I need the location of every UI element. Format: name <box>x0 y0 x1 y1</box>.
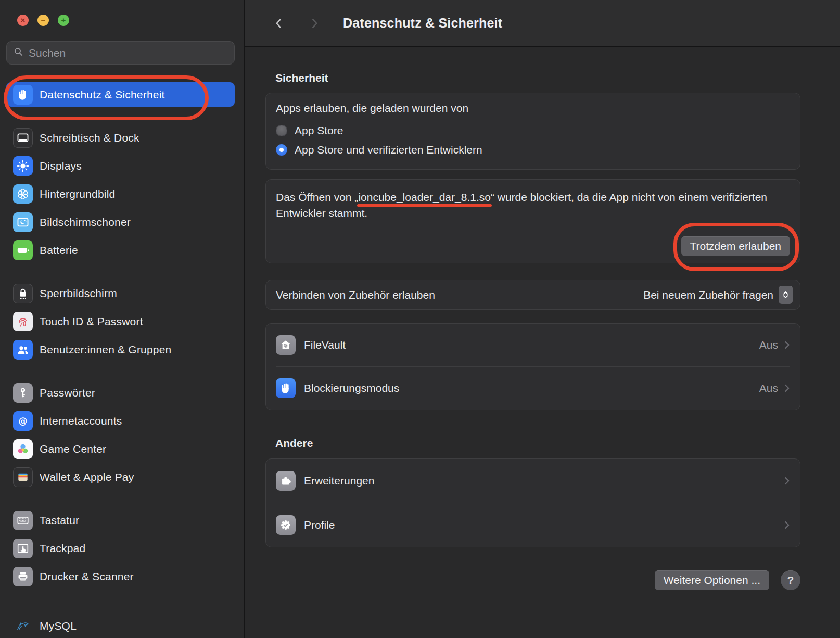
game-center-icon <box>13 439 33 459</box>
search-field[interactable] <box>6 41 235 65</box>
main-pane: Datenschutz & Sicherheit Sicherheit Apps… <box>245 0 840 638</box>
sidebar-item-label: Schreibtisch & Dock <box>40 132 139 144</box>
dolphin-icon <box>13 616 33 636</box>
screensaver-icon <box>13 212 33 232</box>
radio-option-app-store-verified[interactable]: App Store und verifizierten Entwicklern <box>276 140 790 159</box>
allow-apps-card: Apps erlauben, die geladen wurden von Ap… <box>265 93 800 170</box>
lockdown-mode-row[interactable]: Blockierungsmodus Aus <box>266 367 800 410</box>
page-title: Datenschutz & Sicherheit <box>343 16 502 31</box>
sidebar-item-label: Bildschirmschoner <box>40 216 131 228</box>
sidebar-item-label: Drucker & Scanner <box>40 570 134 583</box>
filevault-icon <box>276 335 296 355</box>
extensions-icon <box>276 471 296 491</box>
profiles-row[interactable]: Profile <box>266 503 800 547</box>
sidebar-item-label: Datenschutz & Sicherheit <box>40 88 165 101</box>
desktop-dock-icon <box>13 128 33 148</box>
sun-icon <box>13 156 33 176</box>
accessories-row: Verbinden von Zubehör erlauben Bei neuem… <box>265 280 800 310</box>
chevron-right-icon <box>781 475 793 487</box>
sidebar-item-label: Benutzer:innen & Gruppen <box>40 343 171 356</box>
navigation-header: Datenschutz & Sicherheit <box>245 0 840 47</box>
zoom-button[interactable]: + <box>58 15 69 26</box>
sidebar-item-label: MySQL <box>40 620 77 632</box>
sidebar-item-label: Batterie <box>40 244 78 257</box>
accessories-value: Bei neuem Zubehör fragen <box>643 289 773 301</box>
allow-anyway-button[interactable]: Trotzdem erlauben <box>681 236 790 256</box>
sidebar-item-desktop-dock[interactable]: Schreibtisch & Dock <box>6 125 235 150</box>
footer: Weitere Optionen ... ? <box>265 570 800 590</box>
sidebar-item-mysql[interactable]: MySQL <box>6 614 235 638</box>
sidebar-item-privacy-security[interactable]: Datenschutz & Sicherheit <box>6 82 235 107</box>
at-icon: @ <box>13 411 33 431</box>
more-options-button[interactable]: Weitere Optionen ... <box>655 570 769 590</box>
hand-icon <box>13 85 33 105</box>
sidebar-item-internet-accounts[interactable]: @Internetaccounts <box>6 409 235 433</box>
trackpad-icon <box>13 539 33 558</box>
accessories-label: Verbinden von Zubehör erlauben <box>276 289 435 301</box>
sidebar-item-trackpad[interactable]: Trackpad <box>6 536 235 560</box>
sidebar-item-users-groups[interactable]: Benutzer:innen & Gruppen <box>6 337 235 362</box>
fingerprint-icon <box>13 312 33 331</box>
accessories-popup[interactable]: Bei neuem Zubehör fragen <box>643 286 793 304</box>
printer-icon <box>13 567 33 586</box>
sidebar-item-displays[interactable]: Displays <box>6 154 235 178</box>
security-features-card: FileVault Aus Blockierungsmodus Aus <box>265 323 800 410</box>
sidebar-item-label: Sperrbildschirm <box>40 287 117 300</box>
sidebar-item-label: Hintergrundbild <box>40 188 115 200</box>
sidebar-item-label: Internetaccounts <box>40 415 122 427</box>
sidebar-list: Datenschutz & SicherheitSchreibtisch & D… <box>6 82 235 638</box>
sidebar-group-gap <box>6 266 235 281</box>
sidebar-item-label: Displays <box>40 160 82 172</box>
sidebar-item-printers-scanners[interactable]: Drucker & Scanner <box>6 564 235 589</box>
section-heading-other: Andere <box>275 437 800 450</box>
other-card: Erweiterungen Profile <box>265 458 800 547</box>
sidebar-item-label: Wallet & Apple Pay <box>40 471 134 483</box>
chevron-up-down-icon[interactable] <box>779 286 793 304</box>
sidebar-item-screensaver[interactable]: Bildschirmschoner <box>6 210 235 234</box>
window-controls: × − + <box>17 15 235 26</box>
sidebar-item-wallet[interactable]: Wallet & Apple Pay <box>6 465 235 489</box>
lockdown-mode-status: Aus <box>759 382 778 394</box>
profiles-icon <box>276 515 296 535</box>
search-icon <box>13 46 24 59</box>
allow-apps-label: Apps erlauben, die geladen wurden von <box>276 102 790 114</box>
lockdown-mode-icon <box>276 378 296 398</box>
wallet-icon <box>13 467 33 487</box>
system-settings-window: × − + Datenschutz & SicherheitSchreibtis… <box>0 0 840 638</box>
sidebar-item-game-center[interactable]: Game Center <box>6 437 235 461</box>
sidebar-group-gap <box>6 365 235 380</box>
sidebar-item-keyboard[interactable]: Tastatur <box>6 508 235 532</box>
search-input[interactable] <box>29 47 228 59</box>
sidebar-group-gap <box>6 110 235 125</box>
chevron-right-icon <box>781 339 793 351</box>
sidebar-item-label: Trackpad <box>40 542 85 555</box>
sidebar-item-wallpaper[interactable]: Hintergrundbild <box>6 182 235 206</box>
key-icon <box>13 383 33 403</box>
blocked-app-message: Das Öffnen von „ioncube_loader_dar_8.1.s… <box>266 189 786 221</box>
sidebar-group-gap <box>6 493 235 508</box>
sidebar-item-passwords[interactable]: Passwörter <box>6 380 235 405</box>
sidebar-item-touch-id[interactable]: Touch ID & Passwort <box>6 309 235 334</box>
sidebar-item-label: Tastatur <box>40 514 79 527</box>
extensions-row[interactable]: Erweiterungen <box>266 459 800 503</box>
close-button[interactable]: × <box>17 15 29 26</box>
radio-option-app-store[interactable]: App Store <box>276 121 790 140</box>
help-button[interactable]: ? <box>781 570 800 590</box>
filevault-status: Aus <box>759 339 778 351</box>
radio-button[interactable] <box>276 125 287 136</box>
sidebar-item-lock-screen[interactable]: Sperrbildschirm <box>6 281 235 305</box>
section-heading-security: Sicherheit <box>275 47 800 84</box>
blocked-app-card: Das Öffnen von „ioncube_loader_dar_8.1.s… <box>265 179 800 263</box>
battery-icon <box>13 240 33 260</box>
forward-button[interactable] <box>306 15 323 32</box>
minimize-button[interactable]: − <box>37 15 49 26</box>
sidebar: × − + Datenschutz & SicherheitSchreibtis… <box>0 0 245 638</box>
keyboard-icon <box>13 511 33 530</box>
filevault-row[interactable]: FileVault Aus <box>266 324 800 366</box>
radio-button[interactable] <box>276 144 287 156</box>
sidebar-item-battery[interactable]: Batterie <box>6 238 235 262</box>
back-button[interactable] <box>270 15 288 32</box>
blocked-filename: ioncube_loader_dar_8.1.so <box>358 191 491 203</box>
sidebar-item-label: Game Center <box>40 443 106 455</box>
svg-text:@: @ <box>18 415 27 426</box>
